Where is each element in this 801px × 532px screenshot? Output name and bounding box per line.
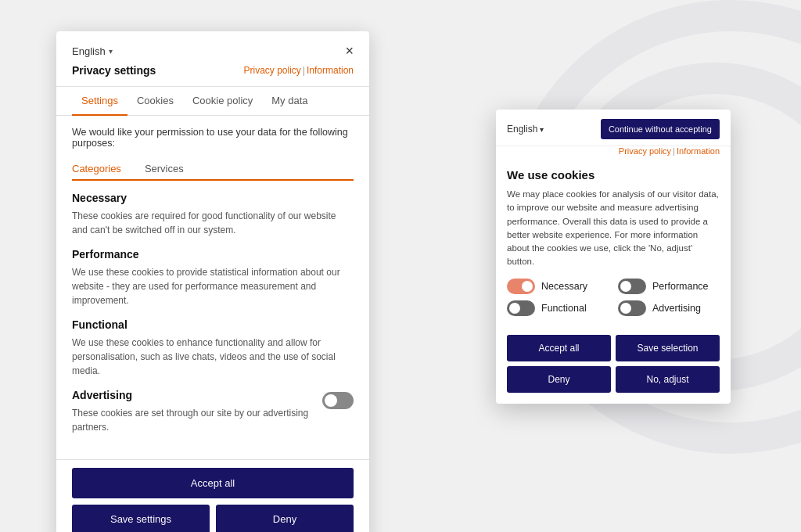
close-button[interactable]: ×	[345, 44, 354, 58]
privacy-policy-link[interactable]: Privacy policy	[243, 65, 300, 76]
privacy-links: Privacy policy|Information	[243, 65, 354, 76]
mini-deny-button[interactable]: Deny	[507, 366, 611, 393]
intro-text: We would like your permission to use you…	[72, 127, 354, 149]
footer-btn-row: Save settings Deny	[72, 505, 354, 532]
cookie-item-functional: Functional	[507, 300, 609, 316]
mini-no-adjust-button[interactable]: No, adjust	[616, 366, 720, 393]
chevron-down-icon: ▾	[109, 47, 113, 56]
cat-tab-categories[interactable]: Categories	[72, 158, 132, 179]
category-necessary: Necessary These cookies are required for…	[72, 192, 354, 237]
functional-label: Functional	[541, 303, 587, 314]
tab-cookie-policy[interactable]: Cookie policy	[183, 87, 262, 116]
tab-my-data[interactable]: My data	[262, 87, 317, 116]
cookie-item-performance: Performance	[618, 279, 720, 294]
information-link[interactable]: Information	[307, 65, 354, 76]
category-advertising: Advertising These cookies are set throug…	[72, 389, 354, 440]
tab-cookies[interactable]: Cookies	[128, 87, 183, 116]
privacy-settings-row: Privacy settings Privacy policy|Informat…	[56, 61, 369, 87]
functional-toggle[interactable]	[507, 300, 535, 316]
category-tabs: Categories Services	[72, 158, 354, 181]
deny-button[interactable]: Deny	[216, 505, 354, 532]
performance-toggle[interactable]	[618, 279, 646, 294]
mini-privacy-policy-link[interactable]: Privacy policy	[619, 146, 671, 156]
mini-language-selector[interactable]: English ▾	[507, 124, 544, 135]
mini-header: English ▾ Continue without accepting	[496, 110, 731, 146]
category-functional-title: Functional	[72, 318, 354, 331]
main-tabs: Settings Cookies Cookie policy My data	[56, 87, 369, 116]
performance-toggle-thumb	[620, 281, 631, 292]
mini-accept-all-button[interactable]: Accept all	[507, 335, 611, 361]
cookie-item-necessary: Necessary	[507, 279, 609, 294]
dialog-footer: Accept all Save settings Deny	[56, 459, 369, 532]
mini-desc: We may place cookies for analysis of our…	[507, 188, 720, 269]
category-necessary-desc: These cookies are required for good func…	[72, 209, 354, 237]
language-selector[interactable]: English ▾	[72, 45, 113, 57]
mini-title: We use cookies	[507, 168, 720, 182]
accept-all-button[interactable]: Accept all	[72, 468, 354, 498]
category-advertising-title: Advertising	[72, 389, 322, 401]
mini-privacy-links: Privacy policy|Information	[496, 146, 731, 160]
dialog-body: We would like your permission to use you…	[56, 116, 369, 459]
mini-language-label: English	[507, 124, 537, 135]
mini-separator: |	[673, 146, 675, 156]
toggle-thumb	[325, 394, 337, 407]
necessary-label: Necessary	[541, 281, 587, 292]
mini-body: We use cookies We may place cookies for …	[496, 160, 731, 335]
mini-save-selection-button[interactable]: Save selection	[616, 335, 720, 361]
category-functional-desc: We use these cookies to enhance function…	[72, 336, 354, 378]
advertising-label: Advertising	[652, 303, 701, 314]
continue-without-accepting-button[interactable]: Continue without accepting	[601, 119, 720, 139]
advertising-mini-toggle-thumb	[620, 303, 631, 314]
language-label: English	[72, 45, 106, 57]
tab-settings[interactable]: Settings	[72, 87, 128, 116]
advertising-toggle[interactable]	[322, 392, 354, 409]
category-functional: Functional We use these cookies to enhan…	[72, 318, 354, 378]
necessary-toggle[interactable]	[507, 279, 535, 294]
category-necessary-title: Necessary	[72, 192, 354, 204]
necessary-toggle-thumb	[522, 281, 533, 292]
main-privacy-dialog: English ▾ × Privacy settings Privacy pol…	[56, 31, 369, 532]
category-performance: Performance We use these cookies to prov…	[72, 248, 354, 307]
mini-information-link[interactable]: Information	[677, 146, 720, 156]
cookie-types-grid: Necessary Performance Functional	[507, 279, 720, 316]
performance-label: Performance	[652, 281, 709, 292]
mini-footer: Accept all Save selection Deny No, adjus…	[496, 335, 731, 404]
save-settings-button[interactable]: Save settings	[72, 505, 210, 532]
category-performance-title: Performance	[72, 248, 354, 261]
advertising-mini-toggle[interactable]	[618, 300, 646, 316]
mini-chevron-down-icon: ▾	[540, 125, 544, 134]
category-advertising-desc: These cookies are set through our site b…	[72, 406, 322, 434]
dialog-header: English ▾ ×	[56, 31, 369, 61]
privacy-settings-title: Privacy settings	[72, 64, 156, 77]
cat-tab-services[interactable]: Services	[145, 158, 195, 179]
mini-cookie-dialog: English ▾ Continue without accepting Pri…	[496, 110, 731, 404]
separator: |	[303, 65, 305, 76]
cookie-item-advertising: Advertising	[618, 300, 720, 316]
functional-toggle-thumb	[509, 303, 520, 314]
category-performance-desc: We use these cookies to provide statisti…	[72, 265, 354, 307]
